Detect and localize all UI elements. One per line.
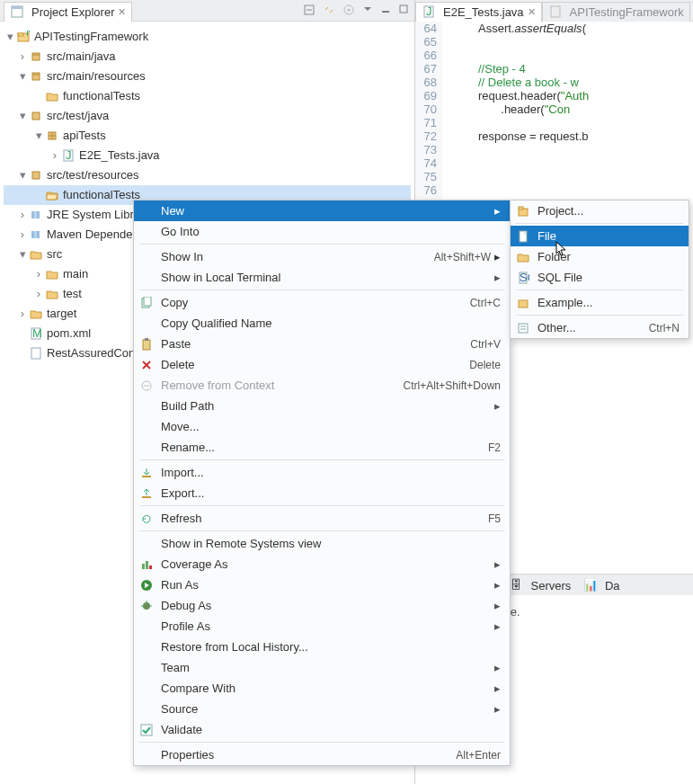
twisty-closed-icon[interactable]: ›: [16, 47, 29, 67]
svg-rect-58: [519, 300, 528, 307]
menu-item-rename[interactable]: Rename...F2: [134, 437, 510, 458]
menu-item-new[interactable]: New▸: [134, 200, 510, 221]
svg-rect-1: [12, 6, 22, 9]
blank-icon: [139, 420, 154, 434]
menu-item-delete[interactable]: DeleteDelete: [134, 354, 510, 375]
menu-item-example[interactable]: Example...: [511, 292, 689, 313]
menu-item-move[interactable]: Move...: [134, 416, 510, 437]
menu-item-compare-with[interactable]: Compare With▸: [134, 678, 510, 699]
menu-item-restore-from-local-history[interactable]: Restore from Local History...: [134, 637, 510, 657]
tab-servers[interactable]: 🗄 Servers: [510, 578, 571, 592]
menu-item-profile-as[interactable]: Profile As▸: [134, 616, 510, 637]
menu-item-sql-file[interactable]: SQLSQL File: [511, 267, 689, 288]
link-icon[interactable]: [323, 4, 335, 16]
menu-item-validate[interactable]: Validate: [134, 719, 510, 740]
tree-item[interactable]: ▾src/test/resources: [4, 165, 411, 185]
delete-icon: [139, 358, 154, 372]
tree-item[interactable]: ›JE2E_Tests.java: [4, 146, 411, 165]
twisty-closed-icon[interactable]: ›: [16, 225, 29, 245]
blank-icon: [139, 661, 154, 675]
menu-item-coverage-as[interactable]: Coverage As▸: [134, 554, 510, 575]
menu-item-show-in-remote-systems-view[interactable]: Show in Remote Systems view: [134, 533, 510, 554]
svg-text:SQL: SQL: [520, 272, 529, 284]
svg-text:M: M: [32, 327, 42, 340]
menu-item-label: Properties: [161, 748, 214, 762]
twisty-open-icon[interactable]: ▾: [16, 67, 29, 86]
menu-item-export[interactable]: Export...: [134, 483, 510, 503]
menu-item-folder[interactable]: Folder: [511, 246, 689, 267]
editor-tab-active[interactable]: J E2E_Tests.java ✕: [415, 2, 542, 22]
close-icon[interactable]: ✕: [528, 6, 536, 18]
menu-separator: [516, 290, 683, 290]
twisty-open-icon[interactable]: ▾: [16, 165, 29, 185]
svg-rect-26: [34, 231, 37, 238]
blank-icon: [139, 225, 154, 239]
tree-label: APITestingFramework: [34, 27, 148, 47]
menu-item-remove-from-context[interactable]: Remove from ContextCtrl+Alt+Shift+Down: [134, 375, 510, 396]
menu-item-go-into[interactable]: Go Into: [134, 221, 510, 242]
collapse-icon[interactable]: [303, 4, 315, 16]
chevron-right-icon: ▸: [494, 661, 501, 674]
menu-item-label: Rename...: [161, 441, 215, 454]
menu-item-debug-as[interactable]: Debug As▸: [134, 595, 510, 616]
twisty-closed-icon[interactable]: ›: [16, 205, 29, 225]
paste-icon: [139, 337, 154, 352]
menu-item-show-in[interactable]: Show InAlt+Shift+W▸: [134, 246, 510, 267]
menu-item-refresh[interactable]: RefreshF5: [134, 508, 510, 529]
chevron-right-icon: ▸: [494, 619, 501, 633]
menu-item-build-path[interactable]: Build Path▸: [134, 396, 510, 416]
minimize-icon[interactable]: [380, 4, 391, 16]
tree-item[interactable]: ▾src/test/java: [4, 106, 411, 126]
twisty-open-icon[interactable]: ▾: [16, 245, 29, 264]
menu-item-import[interactable]: Import...: [134, 462, 510, 483]
blank-icon: [139, 250, 154, 264]
menu-item-copy[interactable]: CopyCtrl+C: [134, 292, 510, 313]
editor-tab-inactive[interactable]: APITestingFramework: [542, 2, 690, 22]
menu-item-label: Project...: [538, 204, 583, 218]
twisty-open-icon[interactable]: ▾: [32, 126, 45, 146]
tab-data[interactable]: 📊 Da: [583, 578, 619, 592]
menu-item-source[interactable]: Source▸: [134, 699, 510, 719]
export-icon: [139, 486, 154, 501]
package-icon: [29, 49, 43, 64]
menu-item-properties[interactable]: PropertiesAlt+Enter: [134, 744, 510, 765]
menu-item-paste[interactable]: PasteCtrl+V: [134, 334, 510, 354]
menu-item-show-in-local-terminal[interactable]: Show in Local Terminal▸: [134, 267, 510, 288]
menu-item-team[interactable]: Team▸: [134, 657, 510, 678]
folder-open-icon: [45, 188, 59, 202]
menu-separator: [139, 290, 504, 290]
twisty-closed-icon[interactable]: ›: [32, 264, 45, 284]
menu-item-label: SQL File: [538, 271, 582, 284]
menu-item-label: Coverage As: [161, 557, 227, 571]
folder-open-icon: [29, 247, 43, 262]
explorer-tab[interactable]: Project Explorer ✕: [4, 2, 132, 22]
menu-item-run-as[interactable]: Run As▸: [134, 575, 510, 595]
focus-icon[interactable]: [342, 4, 355, 16]
twisty-open-icon[interactable]: ▾: [16, 106, 29, 126]
twisty-closed-icon[interactable]: ›: [49, 146, 61, 165]
maximize-icon[interactable]: [398, 4, 409, 16]
twisty-closed-icon[interactable]: ›: [32, 284, 45, 304]
menu-item-copy-qualified-name[interactable]: Copy Qualified Name: [134, 313, 510, 334]
menu-item-file[interactable]: File: [511, 226, 689, 246]
remove-icon: [139, 379, 154, 393]
cursor-icon: [555, 241, 568, 257]
svg-rect-59: [519, 324, 528, 333]
copy-icon: [139, 296, 154, 310]
tree-item[interactable]: functionalTests: [4, 86, 411, 106]
menu-item-label: Compare With: [161, 682, 235, 695]
tree-item[interactable]: ▾src/main/resources: [4, 67, 411, 86]
menu-item-other[interactable]: Other...Ctrl+N: [511, 317, 689, 338]
menu-item-project[interactable]: Project...: [511, 200, 689, 221]
tree-item[interactable]: ▾apiTests: [4, 126, 411, 146]
blank-icon: [139, 399, 154, 414]
svg-rect-9: [18, 33, 23, 36]
menu-icon[interactable]: [362, 4, 373, 16]
tree-item[interactable]: ›src/main/java: [4, 47, 411, 67]
svg-rect-11: [32, 53, 40, 60]
twisty-closed-icon[interactable]: ›: [16, 304, 29, 324]
twisty-open-icon[interactable]: ▾: [4, 27, 16, 47]
tree-project-root[interactable]: ▾ M APITestingFramework: [4, 27, 411, 47]
close-icon[interactable]: ✕: [118, 6, 126, 18]
navigator-icon: [10, 4, 24, 19]
